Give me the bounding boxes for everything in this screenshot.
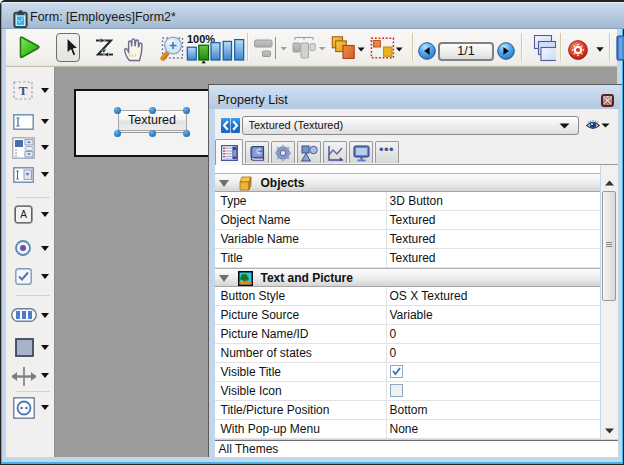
svg-text:A: A xyxy=(20,209,27,220)
svg-text:T: T xyxy=(19,83,28,98)
